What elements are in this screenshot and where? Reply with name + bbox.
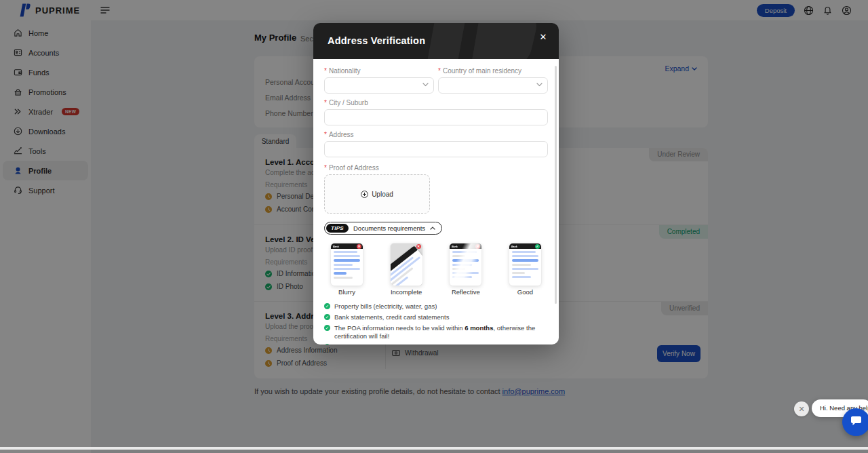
example-good: Bank ✓ Good — [509, 243, 541, 296]
chat-dismiss-icon[interactable]: ✕ — [794, 401, 809, 416]
upload-dropzone[interactable]: Upload — [324, 174, 430, 214]
example-label: Good — [509, 288, 541, 296]
example-label: Blurry — [331, 288, 363, 296]
blurry-doc-image: Bank ✕ — [331, 243, 363, 285]
nationality-select[interactable] — [324, 77, 434, 94]
chevron-up-icon — [430, 226, 435, 230]
app-root: PUPRIME Deposit — [0, 0, 868, 453]
chat-bubble-icon — [850, 416, 863, 428]
required-mark: * — [324, 164, 327, 172]
tips-toggle[interactable]: TIPS Documents requirements — [324, 222, 442, 235]
address-label: *Address — [324, 131, 548, 138]
country-label: *Country of main residency — [438, 67, 548, 75]
check-bullet-icon: ✓ — [324, 314, 330, 320]
tip-text: The POA information needs to be valid wi… — [334, 324, 548, 340]
check-bullet-icon: ✓ — [324, 344, 330, 344]
tip-item: ✓ The POA information needs to be valid … — [324, 324, 548, 340]
tip-item: ✓ Supported file types: png, jpg, jpeg, … — [324, 343, 548, 344]
modal-body: *Nationality *Country of main residency … — [313, 59, 559, 344]
tips-bullet-list: ✓ Property bills (electricity, water, ga… — [324, 302, 548, 344]
required-mark: * — [324, 131, 327, 138]
tip-text: Supported file types: png, jpg, jpeg, bm… — [334, 343, 548, 344]
modal-title: Address Verification — [328, 35, 425, 46]
proof-of-address-label: *Proof of Address — [324, 164, 548, 172]
address-verification-modal: Address Verification ✕ *Nationality *Cou… — [313, 23, 559, 344]
modal-scrollbar[interactable] — [555, 66, 557, 304]
city-label: *City / Suburb — [324, 99, 548, 106]
chat-button[interactable] — [842, 408, 868, 436]
address-input[interactable] — [324, 141, 548, 157]
reflective-doc-image: Bank ✕ — [450, 243, 481, 285]
tip-item: ✓ Bank statements, credit card statement… — [324, 313, 548, 321]
tip-text: Property bills (electricity, water, gas) — [334, 302, 437, 311]
example-reflective: Bank ✕ Reflective — [450, 243, 481, 296]
required-mark: * — [324, 67, 327, 75]
tip-text: Bank statements, credit card statements — [334, 313, 450, 321]
reflection-glare — [450, 243, 481, 285]
error-badge-icon: ✕ — [357, 244, 361, 249]
country-select[interactable] — [438, 77, 548, 94]
error-badge-icon: ✕ — [416, 244, 421, 249]
chevron-down-icon — [536, 83, 542, 87]
example-label: Incomplete — [391, 288, 422, 296]
close-icon[interactable]: ✕ — [538, 32, 549, 43]
chevron-down-icon — [422, 83, 429, 87]
modal-header: Address Verification ✕ — [313, 23, 559, 59]
tip-item: ✓ Property bills (electricity, water, ga… — [324, 302, 548, 311]
example-label: Reflective — [450, 288, 481, 296]
city-input[interactable] — [324, 109, 548, 125]
ok-badge-icon: ✓ — [535, 244, 540, 249]
required-mark: * — [324, 99, 327, 106]
tips-badge: TIPS — [326, 224, 349, 233]
upload-label: Upload — [372, 191, 393, 198]
good-doc-image: Bank ✓ — [509, 243, 541, 285]
nationality-label: *Nationality — [324, 67, 434, 75]
upload-icon — [361, 191, 368, 198]
document-examples: Bank ✕ Blurry ✕ — [324, 243, 548, 296]
tips-label: Documents requirements — [353, 224, 425, 232]
required-mark: * — [438, 67, 441, 75]
example-blurry: Bank ✕ Blurry — [331, 243, 363, 296]
check-bullet-icon: ✓ — [324, 325, 330, 331]
incomplete-doc-image: ✕ — [391, 243, 422, 285]
example-incomplete: ✕ Incomplete — [391, 243, 422, 296]
check-bullet-icon: ✓ — [324, 303, 330, 309]
horizontal-scrollbar[interactable] — [0, 447, 868, 450]
